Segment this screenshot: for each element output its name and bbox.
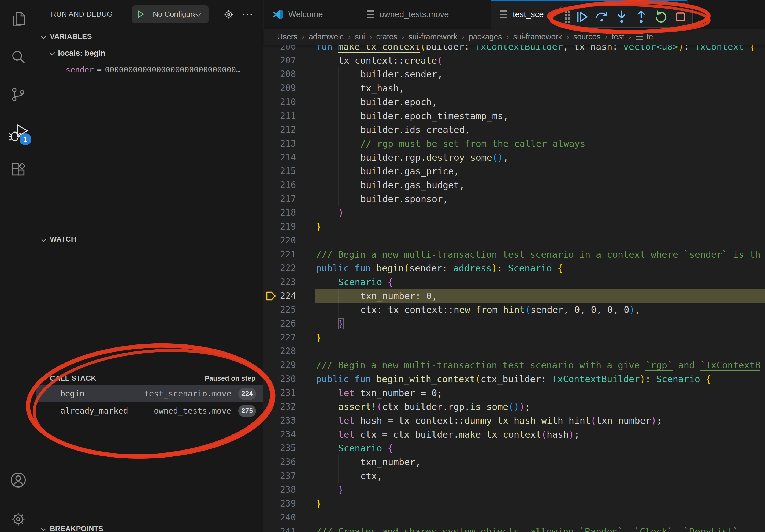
code-line-217[interactable]: 217builder.sponsor, bbox=[264, 192, 765, 206]
code-line-232[interactable]: 232assert!(ctx_builder.rgp.is_some()); bbox=[264, 400, 765, 413]
stack-frame-row[interactable]: begin test_scenario.move 224 bbox=[36, 385, 264, 402]
line-number[interactable]: 233 bbox=[264, 413, 296, 427]
line-number[interactable]: 215 bbox=[264, 164, 296, 178]
debug-config-dropdown[interactable]: No Configura bbox=[132, 5, 209, 23]
line-number[interactable]: 216 bbox=[264, 178, 296, 192]
line-number[interactable]: 214 bbox=[264, 150, 296, 164]
code-line-234[interactable]: 234let ctx = ctx_builder.make_tx_context… bbox=[264, 427, 765, 441]
line-number[interactable]: 226 bbox=[264, 317, 296, 331]
code-line-208[interactable]: 208builder.sender, bbox=[264, 67, 765, 81]
line-number[interactable]: 212 bbox=[264, 123, 296, 136]
line-number[interactable]: 239 bbox=[264, 497, 296, 511]
code-line-210[interactable]: 210builder.epoch, bbox=[264, 95, 765, 109]
variables-section-header[interactable]: VARIABLES bbox=[36, 30, 264, 43]
code-line-218[interactable]: 218) bbox=[264, 206, 765, 220]
breadcrumb-item[interactable]: packages bbox=[468, 32, 502, 41]
stack-frame-row[interactable]: already_marked owned_tests.move 275 bbox=[36, 402, 264, 419]
code-line-214[interactable]: 214builder.rgp.destroy_some(), bbox=[264, 150, 765, 164]
line-number[interactable]: 218 bbox=[264, 206, 296, 220]
search-icon[interactable] bbox=[0, 42, 36, 72]
code-line-220[interactable]: 220 bbox=[264, 234, 765, 247]
code-line-238[interactable]: 238} bbox=[264, 483, 765, 497]
step-over-button[interactable] bbox=[593, 9, 611, 25]
restart-button[interactable] bbox=[652, 9, 670, 25]
breadcrumb-item[interactable]: test bbox=[612, 32, 624, 41]
breakpoints-section-header[interactable]: BREAKPOINTS bbox=[36, 522, 264, 532]
breadcrumb-item[interactable]: sui-framework bbox=[513, 32, 562, 41]
line-number[interactable]: 228 bbox=[264, 344, 296, 358]
account-icon[interactable] bbox=[0, 465, 36, 495]
code-line-213[interactable]: 213// rgp must be set from the caller al… bbox=[264, 136, 765, 150]
code-line-226[interactable]: 226} bbox=[264, 317, 765, 331]
code-line-230[interactable]: 230public fun begin_with_context(ctx_bui… bbox=[264, 372, 765, 386]
call-stack-section-header[interactable]: CALL STACK Paused on step bbox=[36, 372, 264, 385]
toolbar-drag-grip[interactable] bbox=[563, 11, 571, 23]
line-number[interactable]: 231 bbox=[264, 386, 296, 400]
line-number[interactable]: 208 bbox=[264, 67, 296, 81]
code-line-219[interactable]: 219} bbox=[264, 220, 765, 234]
code-line-229[interactable]: 229/// Begin a new multi-transaction tes… bbox=[264, 358, 765, 372]
stop-button[interactable] bbox=[672, 9, 689, 25]
breadcrumb-item[interactable]: adamwelc bbox=[309, 32, 344, 41]
code-line-206[interactable]: 206fun make_tx_context(builder: TxContex… bbox=[264, 45, 765, 54]
code-line-225[interactable]: 225ctx: tx_context::new_from_hint(sender… bbox=[264, 303, 765, 317]
line-number[interactable]: 222 bbox=[264, 261, 296, 275]
code-line-215[interactable]: 215builder.gas_price, bbox=[264, 164, 765, 178]
line-number[interactable]: 240 bbox=[264, 511, 296, 524]
code-line-233[interactable]: 233let hash = tx_context::dummy_tx_hash_… bbox=[264, 413, 765, 427]
source-control-icon[interactable] bbox=[0, 79, 36, 109]
line-number[interactable]: 235 bbox=[264, 441, 296, 455]
extensions-icon[interactable] bbox=[0, 154, 36, 184]
line-number[interactable]: 234 bbox=[264, 427, 296, 441]
start-debugging-icon[interactable] bbox=[132, 5, 149, 23]
line-number[interactable]: 219 bbox=[264, 220, 296, 234]
code-line-239[interactable]: 239} bbox=[264, 497, 765, 511]
views-more-actions-icon[interactable]: ··· bbox=[240, 0, 256, 29]
breadcrumb-item[interactable]: Users bbox=[277, 32, 298, 41]
code-line-222[interactable]: 222public fun begin(sender: address): Sc… bbox=[264, 261, 765, 275]
code-line-228[interactable]: 228 bbox=[264, 344, 765, 358]
line-number[interactable]: 227 bbox=[264, 331, 296, 345]
code-line-209[interactable]: 209tx_hash, bbox=[264, 81, 765, 95]
settings-gear-icon[interactable] bbox=[0, 504, 36, 532]
tab-welcome[interactable]: Welcome bbox=[264, 0, 358, 29]
line-number[interactable]: 237 bbox=[264, 469, 296, 483]
code-line-236[interactable]: 236txn_number, bbox=[264, 455, 765, 469]
continue-button[interactable] bbox=[574, 9, 591, 25]
line-number[interactable]: 232 bbox=[264, 400, 296, 413]
line-number[interactable]: 238 bbox=[264, 483, 296, 497]
line-number[interactable]: 209 bbox=[264, 81, 296, 95]
code-line-211[interactable]: 211builder.epoch_timestamp_ms, bbox=[264, 109, 765, 123]
breadcrumb-item[interactable]: crates bbox=[376, 32, 397, 41]
explorer-icon[interactable] bbox=[0, 4, 36, 34]
code-editor[interactable]: 206fun make_tx_context(builder: TxContex… bbox=[264, 45, 765, 532]
variable-row[interactable]: sender = 0000000000000000000000000000… bbox=[36, 63, 264, 77]
code-line-212[interactable]: 212builder.ids_created, bbox=[264, 123, 765, 136]
line-number[interactable]: 224 bbox=[264, 289, 296, 303]
code-line-216[interactable]: 216builder.gas_budget, bbox=[264, 178, 765, 192]
line-number[interactable]: 225 bbox=[264, 303, 296, 317]
code-line-235[interactable]: 235Scenario { bbox=[264, 441, 765, 455]
code-line-237[interactable]: 237ctx, bbox=[264, 469, 765, 483]
code-line-224[interactable]: 224txn_number: 0, bbox=[264, 289, 765, 303]
line-number[interactable]: 230 bbox=[264, 372, 296, 386]
run-and-debug-icon[interactable]: 1 bbox=[0, 117, 36, 147]
watch-section-header[interactable]: WATCH bbox=[36, 233, 264, 246]
line-number[interactable]: 236 bbox=[264, 455, 296, 469]
code-line-241[interactable]: 241/// Creates and shares system objects… bbox=[264, 524, 765, 532]
step-into-button[interactable] bbox=[613, 9, 630, 25]
line-number[interactable]: 220 bbox=[264, 234, 296, 247]
line-number[interactable]: 206 bbox=[264, 45, 296, 54]
line-number[interactable]: 207 bbox=[264, 54, 296, 68]
open-launch-json-gear-icon[interactable] bbox=[221, 0, 237, 29]
code-line-207[interactable]: 207tx_context::create( bbox=[264, 54, 765, 68]
code-line-223[interactable]: 223Scenario { bbox=[264, 275, 765, 289]
breadcrumb-item[interactable]: sui-framework bbox=[408, 32, 457, 41]
step-out-button[interactable] bbox=[632, 9, 650, 25]
breadcrumb-item[interactable]: sources bbox=[573, 32, 601, 41]
code-line-240[interactable]: 240 bbox=[264, 511, 765, 524]
line-number[interactable]: 221 bbox=[264, 247, 296, 261]
variables-scope-row[interactable]: locals: begin bbox=[36, 46, 264, 60]
line-number[interactable]: 210 bbox=[264, 95, 296, 109]
code-line-221[interactable]: 221/// Begin a new multi-transaction tes… bbox=[264, 247, 765, 261]
